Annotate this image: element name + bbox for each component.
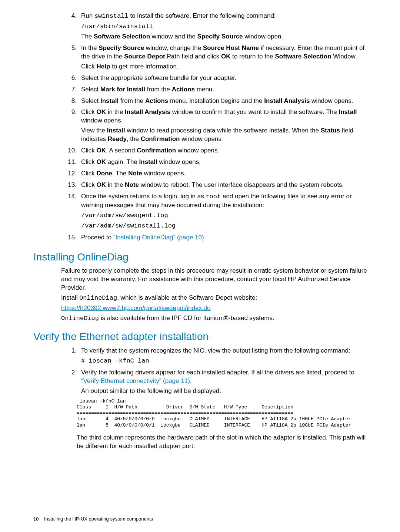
list-body: Verify the following drivers appear for …	[81, 368, 370, 397]
list-item: 1.To verify that the system recognizes t…	[61, 347, 370, 367]
list-number: 1.	[61, 347, 81, 367]
list-number: 11.	[61, 158, 81, 168]
list-item: 11.Click OK again. The Install window op…	[61, 158, 370, 168]
list-body: In the Specify Source window, change the…	[81, 44, 370, 73]
list-body: Select the appropriate software bundle f…	[81, 74, 370, 84]
list-item: 15.Proceed to “Installing OnlineDiag” (p…	[61, 233, 370, 243]
list-number: 8.	[61, 97, 81, 107]
install-steps-list: 4.Run swinstall to install the software.…	[33, 12, 370, 243]
list-item: 5.In the Specify Source window, change t…	[61, 44, 370, 73]
heading-installing-onlinediag: Installing OnlineDiag	[33, 250, 370, 264]
list-number: 6.	[61, 74, 81, 84]
list-body: Click Done. The Note window opens.	[81, 169, 370, 179]
list-body: Select Install from the Actions menu. In…	[81, 97, 370, 107]
list-number: 9.	[61, 108, 81, 145]
list-number: 7.	[61, 85, 81, 95]
page-footer: 10 Installing the HP-UX operating system…	[33, 516, 153, 522]
page-number: 10	[33, 516, 39, 522]
list-number: 4.	[61, 12, 81, 43]
list-number: 10.	[61, 147, 81, 156]
list-body: Select Mark for Install from the Actions…	[81, 85, 370, 95]
list-item: 9.Click OK in the Install Analysis windo…	[61, 108, 370, 145]
list-line: In the Specify Source window, change the…	[81, 44, 370, 61]
paragraph: Install OnlineDiag, which is available a…	[61, 294, 370, 303]
list-line: Proceed to “Installing OnlineDiag” (page…	[81, 233, 370, 242]
list-number: 13.	[61, 181, 81, 191]
list-item: 8.Select Install from the Actions menu. …	[61, 97, 370, 107]
paragraph: Failure to properly complete the steps i…	[61, 267, 370, 292]
list-item: 4.Run swinstall to install the software.…	[61, 12, 370, 43]
list-body: Click OK. A second Confirmation window o…	[81, 147, 370, 156]
list-item: 14.Once the system returns to a login, l…	[61, 192, 370, 232]
list-line: /var/adm/sw/swagent.log	[81, 211, 370, 220]
list-item: 6.Select the appropriate software bundle…	[61, 74, 370, 84]
list-line: Select the appropriate software bundle f…	[81, 74, 370, 83]
list-line: Click OK in the Install Analysis window …	[81, 108, 370, 125]
list-number: 15.	[61, 233, 81, 243]
paragraph: OnlineDiag is also available from the IP…	[61, 314, 370, 323]
list-item: 7.Select Mark for Install from the Actio…	[61, 85, 370, 95]
list-body: Click OK again. The Install window opens…	[81, 158, 370, 168]
list-line: View the Install window to read processi…	[81, 127, 370, 144]
ioscan-output-block: ioscan -kfnC lan Class I H/W Path Driver…	[33, 398, 370, 451]
list-line: Click OK again. The Install window opens…	[81, 158, 370, 166]
list-line: Select Mark for Install from the Actions…	[81, 85, 370, 94]
list-line: Select Install from the Actions menu. In…	[81, 97, 370, 105]
list-number: 12.	[61, 169, 81, 179]
list-item: 13.Click OK in the Note window to reboot…	[61, 181, 370, 191]
list-line: Click OK. A second Confirmation window o…	[81, 147, 370, 155]
list-line: /usr/sbin/swinstall	[81, 22, 370, 31]
list-line: Click Done. The Note window opens.	[81, 169, 370, 178]
list-body: Run swinstall to install the software. E…	[81, 12, 370, 43]
list-line: # ioscan -kfnC lan	[81, 357, 370, 366]
list-number: 14.	[61, 192, 81, 232]
list-item: 2.Verify the following drivers appear fo…	[61, 368, 370, 397]
paragraph: https://h20392.www2.hp.com/portal/swdepo…	[61, 304, 370, 313]
list-line: /var/adm/sw/swinstall.log	[81, 222, 370, 230]
list-line: An output similar to the following will …	[81, 387, 370, 395]
list-number: 2.	[61, 368, 81, 397]
list-number: 5.	[61, 44, 81, 73]
list-line: Once the system returns to a login, log …	[81, 192, 370, 210]
list-item: 12.Click Done. The Note window opens.	[61, 169, 370, 179]
list-line: Verify the following drivers appear for …	[81, 368, 370, 385]
verify-steps-list: 1.To verify that the system recognizes t…	[33, 347, 370, 397]
onlinediag-section: Failure to properly complete the steps i…	[33, 267, 370, 323]
list-line: Run swinstall to install the software. E…	[81, 12, 370, 21]
list-line: The Software Selection window and the Sp…	[81, 33, 370, 41]
list-body: Click OK in the Note window to reboot. T…	[81, 181, 370, 191]
list-body: Proceed to “Installing OnlineDiag” (page…	[81, 233, 370, 243]
list-line: Click Help to get more information.	[81, 63, 370, 71]
heading-verify-adapter: Verify the Ethernet adapter installation	[33, 330, 370, 344]
list-body: Click OK in the Install Analysis window …	[81, 108, 370, 145]
closing-paragraph: The third column represents the hardware…	[77, 434, 370, 451]
footer-title: Installing the HP-UX operating system co…	[44, 516, 153, 522]
list-line: To verify that the system recognizes the…	[81, 347, 370, 355]
ioscan-output: ioscan -kfnC lan Class I H/W Path Driver…	[77, 398, 370, 428]
list-line: Click OK in the Note window to reboot. T…	[81, 181, 370, 189]
list-body: To verify that the system recognizes the…	[81, 347, 370, 367]
list-item: 10.Click OK. A second Confirmation windo…	[61, 147, 370, 156]
list-body: Once the system returns to a login, log …	[81, 192, 370, 232]
